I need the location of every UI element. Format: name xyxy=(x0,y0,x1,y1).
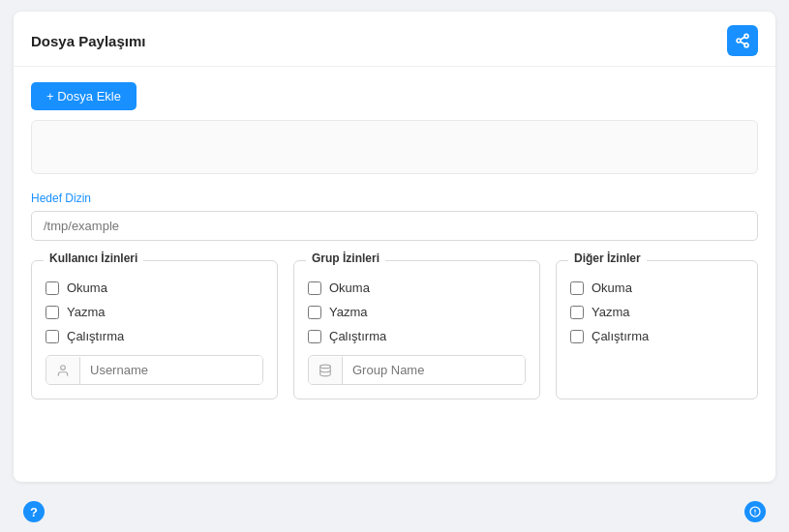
bottom-bar: ? xyxy=(0,493,789,532)
user-exec-checkbox[interactable] xyxy=(46,330,59,343)
group-permissions-box: Grup İzinleri Okuma Yazma Çalıştırma xyxy=(293,260,540,399)
target-dir-label: Hedef Dizin xyxy=(31,192,758,205)
group-exec-label: Çalıştırma xyxy=(329,329,386,343)
user-icon xyxy=(46,357,80,384)
user-write-checkbox[interactable] xyxy=(46,306,59,319)
other-read-item: Okuma xyxy=(570,281,743,295)
page-container: Dosya Paylaşımı + Dosya Ekle Hedef Dizin xyxy=(0,0,789,532)
group-write-checkbox[interactable] xyxy=(308,306,321,319)
card-body: + Dosya Ekle Hedef Dizin Kullanıcı İzinl… xyxy=(14,67,775,415)
user-permissions-box: Kullanıcı İzinleri Okuma Yazma Çalışt xyxy=(31,260,278,399)
group-icon xyxy=(309,357,343,384)
user-exec-item: Çalıştırma xyxy=(46,329,263,343)
user-permissions-title: Kullanıcı İzinleri xyxy=(44,251,143,265)
other-exec-checkbox[interactable] xyxy=(570,330,584,343)
share-button[interactable] xyxy=(727,25,758,56)
other-exec-label: Çalıştırma xyxy=(592,329,649,343)
main-card: Dosya Paylaşımı + Dosya Ekle Hedef Dizin xyxy=(14,12,775,482)
svg-line-3 xyxy=(741,42,745,44)
group-exec-item: Çalıştırma xyxy=(308,329,526,343)
group-input-row xyxy=(308,355,526,385)
group-read-checkbox[interactable] xyxy=(308,281,321,295)
group-checkboxes: Okuma Yazma Çalıştırma xyxy=(308,281,526,343)
svg-line-4 xyxy=(741,37,745,40)
permissions-row: Kullanıcı İzinleri Okuma Yazma Çalışt xyxy=(31,260,758,399)
group-name-input[interactable] xyxy=(343,356,525,384)
other-permissions-box: Diğer İzinler Okuma Yazma Çalıştırma xyxy=(556,260,758,399)
user-input-row xyxy=(46,355,263,385)
page-title: Dosya Paylaşımı xyxy=(31,33,145,49)
svg-point-6 xyxy=(320,365,331,369)
group-write-label: Yazma xyxy=(329,305,368,319)
other-write-label: Yazma xyxy=(592,305,630,319)
svg-point-5 xyxy=(61,365,66,369)
group-permissions-title: Grup İzinleri xyxy=(306,251,385,265)
other-exec-item: Çalıştırma xyxy=(570,329,743,343)
other-write-checkbox[interactable] xyxy=(570,306,584,319)
user-write-item: Yazma xyxy=(46,305,263,319)
target-dir-input[interactable] xyxy=(31,211,758,241)
other-permissions-title: Diğer İzinler xyxy=(568,251,647,265)
add-file-button[interactable]: + Dosya Ekle xyxy=(31,82,137,110)
other-write-item: Yazma xyxy=(570,305,743,319)
username-input[interactable] xyxy=(80,356,262,384)
user-write-label: Yazma xyxy=(67,305,106,319)
user-checkboxes: Okuma Yazma Çalıştırma xyxy=(46,281,263,343)
other-read-checkbox[interactable] xyxy=(570,281,584,295)
group-exec-checkbox[interactable] xyxy=(308,330,321,343)
user-read-item: Okuma xyxy=(46,281,263,295)
user-read-label: Okuma xyxy=(67,281,107,295)
user-read-checkbox[interactable] xyxy=(46,281,59,295)
group-read-label: Okuma xyxy=(329,281,370,295)
group-read-item: Okuma xyxy=(308,281,526,295)
card-header: Dosya Paylaşımı xyxy=(14,12,775,67)
other-read-label: Okuma xyxy=(592,281,632,295)
file-drop-area xyxy=(31,120,758,174)
user-exec-label: Çalıştırma xyxy=(67,329,124,343)
other-checkboxes: Okuma Yazma Çalıştırma xyxy=(570,281,743,343)
info-button[interactable] xyxy=(744,501,766,522)
group-write-item: Yazma xyxy=(308,305,526,319)
help-button[interactable]: ? xyxy=(23,501,45,522)
